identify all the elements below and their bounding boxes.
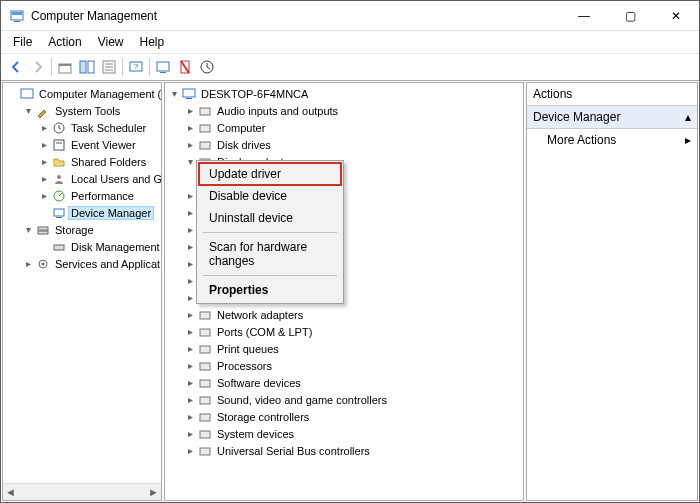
uninstall-button[interactable] — [174, 56, 196, 78]
tree-event-viewer[interactable]: Event Viewer — [37, 136, 161, 153]
category-label: Software devices — [215, 377, 303, 389]
device-category[interactable]: Audio inputs and outputs — [183, 102, 523, 119]
menu-action[interactable]: Action — [40, 33, 89, 51]
category-icon — [197, 358, 213, 374]
twisty-icon[interactable] — [183, 224, 197, 235]
twisty-icon[interactable] — [183, 309, 197, 320]
twisty-icon[interactable] — [183, 241, 197, 252]
tree-performance[interactable]: Performance — [37, 187, 161, 204]
category-label: Universal Serial Bus controllers — [215, 445, 372, 457]
menu-file[interactable]: File — [5, 33, 40, 51]
category-label: Print queues — [215, 343, 281, 355]
tree-root[interactable]: Computer Management (Local) — [5, 85, 161, 102]
device-category[interactable]: System devices — [183, 425, 523, 442]
svg-rect-25 — [56, 217, 62, 218]
update-driver-button[interactable] — [196, 56, 218, 78]
twisty-icon[interactable] — [183, 377, 197, 388]
twisty-icon[interactable] — [21, 258, 35, 269]
storage-icon — [35, 222, 51, 238]
category-label: Computer — [215, 122, 267, 134]
device-category[interactable]: Disk drives — [183, 136, 523, 153]
forward-button[interactable] — [27, 56, 49, 78]
maximize-button[interactable]: ▢ — [607, 1, 653, 30]
show-hide-tree-button[interactable] — [76, 56, 98, 78]
category-icon — [197, 324, 213, 340]
device-category[interactable]: Computer — [183, 119, 523, 136]
twisty-icon[interactable] — [183, 343, 197, 354]
svg-rect-20 — [54, 140, 64, 150]
close-button[interactable]: ✕ — [653, 1, 699, 30]
svg-rect-46 — [200, 329, 210, 336]
twisty-icon[interactable] — [183, 207, 197, 218]
category-label: Storage controllers — [215, 411, 311, 423]
svg-rect-14 — [160, 72, 166, 73]
device-category[interactable]: Storage controllers — [183, 408, 523, 425]
tree-device-manager[interactable]: Device Manager — [37, 204, 161, 221]
category-icon — [197, 103, 213, 119]
actions-section[interactable]: Device Manager ▴ — [527, 106, 697, 129]
help-button[interactable]: ? — [125, 56, 147, 78]
window-controls: — ▢ ✕ — [561, 1, 699, 30]
back-button[interactable] — [5, 56, 27, 78]
svg-rect-27 — [38, 231, 48, 234]
tree-disk-management[interactable]: Disk Management — [37, 238, 161, 255]
twisty-icon[interactable] — [183, 326, 197, 337]
tree-system-tools[interactable]: System Tools — [21, 102, 161, 119]
twisty-icon[interactable] — [183, 105, 197, 116]
device-category[interactable]: Ports (COM & LPT) — [183, 323, 523, 340]
twisty-icon[interactable] — [183, 428, 197, 439]
twisty-icon[interactable] — [183, 445, 197, 456]
collapse-icon: ▴ — [685, 110, 691, 124]
twisty-icon[interactable] — [167, 88, 181, 99]
context-item[interactable]: Update driver — [199, 163, 341, 185]
twisty-icon[interactable] — [183, 411, 197, 422]
svg-rect-13 — [157, 62, 169, 71]
scan-hardware-button[interactable] — [152, 56, 174, 78]
context-item[interactable]: Uninstall device — [199, 207, 341, 229]
device-category[interactable]: Network adapters — [183, 306, 523, 323]
menu-view[interactable]: View — [90, 33, 132, 51]
twisty-icon[interactable] — [183, 190, 197, 201]
horizontal-scrollbar[interactable]: ◄► — [3, 483, 161, 500]
category-icon — [197, 137, 213, 153]
device-category[interactable]: Universal Serial Bus controllers — [183, 442, 523, 459]
twisty-icon[interactable] — [183, 122, 197, 133]
tree-task-scheduler[interactable]: Task Scheduler — [37, 119, 161, 136]
category-label: Network adapters — [215, 309, 305, 321]
tree-local-users[interactable]: Local Users and Groups — [37, 170, 161, 187]
twisty-icon[interactable] — [21, 224, 35, 235]
minimize-button[interactable]: — — [561, 1, 607, 30]
twisty-icon[interactable] — [183, 360, 197, 371]
menu-help[interactable]: Help — [132, 33, 173, 51]
main-area: Computer Management (Local) System Tools… — [1, 80, 699, 502]
svg-rect-32 — [186, 98, 192, 99]
device-category[interactable]: Software devices — [183, 374, 523, 391]
twisty-icon[interactable] — [183, 258, 197, 269]
twisty-icon[interactable] — [183, 156, 197, 167]
device-root[interactable]: DESKTOP-6F4MNCA — [167, 85, 523, 102]
context-item[interactable]: Scan for hardware changes — [199, 236, 341, 272]
app-icon — [9, 8, 25, 24]
svg-rect-6 — [88, 61, 94, 73]
svg-rect-53 — [200, 448, 210, 455]
device-category[interactable]: Sound, video and game controllers — [183, 391, 523, 408]
category-label: Processors — [215, 360, 274, 372]
tree-services[interactable]: Services and Applications — [21, 255, 161, 272]
properties-button[interactable] — [98, 56, 120, 78]
category-icon — [197, 426, 213, 442]
twisty-icon[interactable] — [21, 105, 35, 116]
tree-shared-folders[interactable]: Shared Folders — [37, 153, 161, 170]
twisty-icon[interactable] — [183, 292, 197, 303]
twisty-icon[interactable] — [183, 275, 197, 286]
twisty-icon[interactable] — [183, 139, 197, 150]
context-item[interactable]: Disable device — [199, 185, 341, 207]
more-actions-item[interactable]: More Actions ▸ — [527, 129, 697, 151]
device-category[interactable]: Print queues — [183, 340, 523, 357]
context-item[interactable]: Properties — [199, 279, 341, 301]
up-button[interactable] — [54, 56, 76, 78]
svg-text:?: ? — [134, 62, 139, 71]
twisty-icon[interactable] — [183, 394, 197, 405]
device-category[interactable]: Processors — [183, 357, 523, 374]
category-icon — [197, 409, 213, 425]
tree-storage[interactable]: Storage — [21, 221, 161, 238]
